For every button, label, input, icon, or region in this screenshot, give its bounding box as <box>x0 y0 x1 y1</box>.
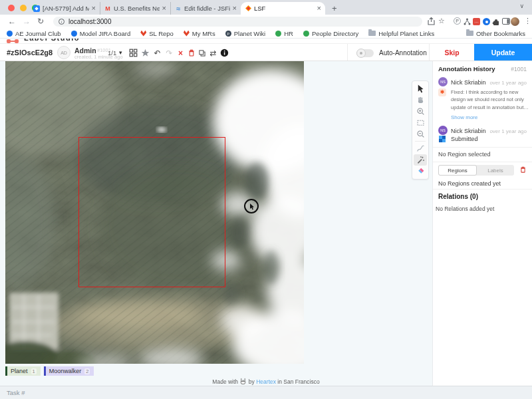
auto-annotation-toggle[interactable] <box>356 49 374 57</box>
new-tab-button[interactable]: + <box>332 4 337 13</box>
user-avatar[interactable]: AD <box>57 46 70 59</box>
label-moonwalker[interactable]: Moonwalker 2 <box>44 366 94 376</box>
annotation-history-id: #1001 <box>511 66 527 72</box>
browser-tab-strip: [AN-5779] Add Magic Wand fu × M U.S. Ben… <box>0 0 532 15</box>
close-window-icon[interactable] <box>8 5 15 11</box>
bookmark-item[interactable]: Helpful Planet Links <box>368 30 434 37</box>
fit-to-screen-tool[interactable] <box>414 117 427 128</box>
no-relations-text: No Relations added yet <box>436 205 494 212</box>
bookmark-label: Helpful Planet Links <box>378 30 434 37</box>
tab-regions[interactable]: Regions <box>438 165 477 176</box>
task-id: #zSlOscE2g8 <box>7 49 53 57</box>
bookmark-item[interactable]: AE Journal Club <box>7 30 61 37</box>
minimize-window-icon[interactable] <box>20 5 27 11</box>
footer-text: in San Francisco <box>277 378 319 385</box>
extensions-puzzle-icon[interactable] <box>492 18 500 26</box>
tabs: [AN-5779] Add Magic Wand fu × M U.S. Ben… <box>29 2 337 15</box>
footer-text: Made with <box>212 378 238 385</box>
update-button[interactable]: Update <box>474 44 532 61</box>
app-footer: Made with by Heartex in San Francisco <box>0 378 532 385</box>
browser-window: [AN-5779] Add Magic Wand fu × M U.S. Ben… <box>0 0 532 399</box>
bookmark-favicon <box>303 31 309 37</box>
extension-red-icon[interactable]: … <box>473 18 480 25</box>
zoom-in-tool[interactable] <box>414 106 427 117</box>
browser-tab-jira[interactable]: [AN-5779] Add Magic Wand fu × <box>29 2 100 15</box>
tab-close-icon[interactable]: × <box>317 5 321 12</box>
label-text: Planet <box>11 368 28 374</box>
tab-close-icon[interactable]: × <box>162 5 166 12</box>
url-text[interactable]: localhost:3000 <box>68 18 112 25</box>
bookmark-label: SL Repo <box>149 30 174 37</box>
annotation-pager: 1/1 <box>108 49 116 57</box>
star-icon[interactable] <box>140 48 150 58</box>
extension-blue-icon[interactable] <box>483 18 490 25</box>
eraser-tool[interactable] <box>414 166 427 177</box>
extension-p-icon[interactable]: P <box>454 17 461 25</box>
bookmark-favicon <box>7 31 13 37</box>
heartex-link[interactable]: Heartex <box>256 378 276 385</box>
browser-tab-gmail[interactable]: M U.S. Benefits News - Open En × <box>100 2 170 15</box>
show-more-link[interactable]: Show more <box>451 114 477 120</box>
label-studio-header: Label Studio <box>0 39 532 43</box>
info-icon[interactable] <box>219 48 229 58</box>
bookmark-item[interactable]: SL Repo <box>140 30 174 37</box>
back-icon[interactable]: ← <box>8 17 16 26</box>
duplicate-icon[interactable] <box>197 48 207 58</box>
bookmark-star-icon[interactable]: ☆ <box>438 17 445 25</box>
other-bookmarks[interactable]: Other Bookmarks <box>466 30 525 37</box>
brush-tool[interactable] <box>414 143 427 154</box>
bookmark-item[interactable]: People Directory <box>303 30 358 37</box>
annotation-workspace: Annotation History #1001 NS Nick Skriabi… <box>0 61 532 386</box>
chrome-menu-icon[interactable]: ⋮ <box>524 17 531 25</box>
bounding-box-region[interactable] <box>78 137 225 287</box>
tool-palette <box>412 80 429 180</box>
browser-tab-jsfiddle[interactable]: ≈ Edit fiddle - JSFiddle - Code P × <box>170 2 241 15</box>
url-field[interactable]: i localhost:3000 <box>53 17 422 27</box>
image-canvas[interactable] <box>5 61 304 364</box>
toggle-knob[interactable] <box>356 49 366 58</box>
tab-search-chevron-icon[interactable]: ∨ <box>519 3 524 9</box>
reload-icon[interactable]: ↻ <box>37 17 44 26</box>
tab-close-icon[interactable]: × <box>92 5 96 12</box>
forward-icon[interactable]: → <box>23 17 31 26</box>
rock-hand-icon <box>239 378 247 384</box>
side-panel-icon[interactable] <box>502 18 510 25</box>
other-bookmarks-label: Other Bookmarks <box>476 30 525 37</box>
site-info-icon[interactable]: i <box>59 19 65 25</box>
share-icon[interactable] <box>428 17 435 25</box>
browser-tab-lsf-active[interactable]: LSF × <box>241 2 325 15</box>
bookmark-item[interactable]: HR <box>275 30 293 37</box>
reset-icon[interactable]: × <box>176 48 186 58</box>
bookmark-item[interactable]: Model JIRA Board <box>71 30 131 37</box>
grid-view-icon[interactable] <box>128 48 138 58</box>
zoom-out-tool[interactable] <box>414 128 427 140</box>
tab-labels[interactable]: Labels <box>477 165 514 176</box>
undo-icon[interactable]: ↶ <box>152 48 162 58</box>
extension-share-nodes-icon[interactable] <box>464 18 471 25</box>
history-avatar: NS <box>438 77 448 86</box>
skip-button[interactable]: Skip <box>430 44 474 61</box>
delete-annotation-icon[interactable] <box>186 48 196 58</box>
chevron-down-icon[interactable]: ▾ <box>119 49 122 56</box>
history-user-name: Nick Skriabin <box>451 128 486 134</box>
profile-avatar[interactable] <box>511 17 519 26</box>
bookmark-label: Model JIRA Board <box>80 30 131 37</box>
label-planet[interactable]: Planet 1 <box>5 366 41 376</box>
bookmark-item[interactable]: pPlanet Wiki <box>225 30 266 37</box>
tab-close-icon[interactable]: × <box>233 5 237 12</box>
settings-transfer-icon[interactable]: ⇄ <box>208 48 218 58</box>
task-bar: Task # <box>0 386 532 399</box>
tab-title: LSF <box>254 5 315 12</box>
gmail-favicon: M <box>104 5 111 12</box>
label-hotkey: 2 <box>84 368 90 374</box>
redo-icon[interactable]: ↷ <box>164 48 174 58</box>
select-tool[interactable] <box>414 83 427 94</box>
magic-wand-tool[interactable] <box>414 154 427 166</box>
delete-regions-icon[interactable] <box>519 166 527 174</box>
pan-tool[interactable] <box>414 94 427 106</box>
bookmark-favicon <box>71 31 77 37</box>
bookmark-item[interactable]: My MRs <box>184 30 215 37</box>
footer-text: by <box>249 378 255 385</box>
history-avatar: NS <box>438 126 448 135</box>
history-user-name: Nick Skriabin <box>451 79 486 86</box>
